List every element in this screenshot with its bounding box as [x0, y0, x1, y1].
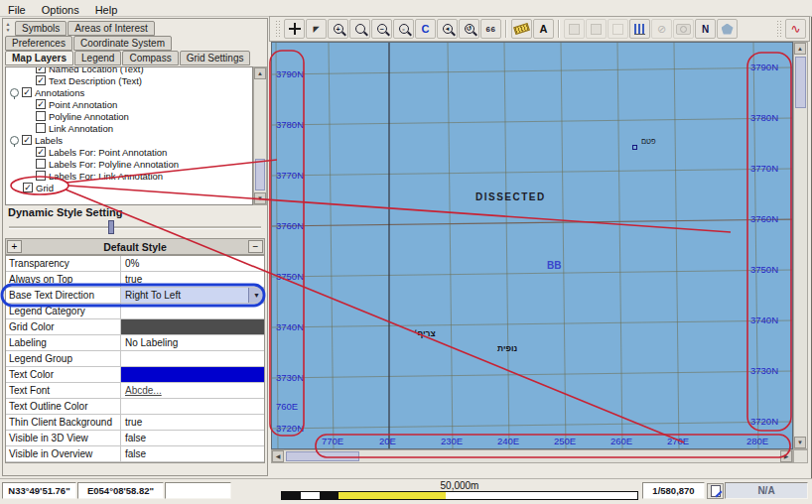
checkbox[interactable]	[36, 111, 46, 121]
polygon-tool[interactable]	[717, 19, 738, 39]
scroll-up-icon[interactable]: ▲	[794, 43, 806, 55]
tree-item-annotations[interactable]: ✓Annotations	[6, 86, 252, 98]
map-hscroll-thumb[interactable]	[286, 451, 359, 461]
tab-legend[interactable]: Legend	[74, 51, 121, 65]
no-draw-tool[interactable]: ⊘	[651, 19, 672, 39]
dropdown-arrow-icon[interactable]: ▼	[248, 288, 264, 303]
property-row-text-font[interactable]: Text FontAbcde...	[6, 383, 264, 399]
grid-label-3760n: 3760N	[276, 220, 304, 231]
grid-label-20e: 20E	[379, 436, 396, 446]
property-row-text-outline-color[interactable]: Text Outline Color	[6, 399, 264, 415]
add-style-button[interactable]: +	[7, 240, 22, 253]
tab-coordinate-system[interactable]: Coordinate System	[73, 36, 172, 51]
tree-item-labels[interactable]: ✓Labels	[6, 134, 252, 146]
menu-item-file[interactable]: File	[0, 3, 34, 17]
checkbox[interactable]	[36, 123, 46, 133]
property-row-visible-in-3d-view[interactable]: Visible in 3D Viewfalse	[6, 431, 264, 446]
property-row-base-text-direction[interactable]: Base Text DirectionRight To Left▼	[6, 288, 264, 304]
tree-expander-icon[interactable]	[10, 88, 19, 97]
edit-scale-button[interactable]	[707, 483, 724, 499]
checkbox[interactable]	[36, 159, 46, 169]
tab-compass[interactable]: Compass	[122, 51, 178, 65]
tree-item-label: Labels For: Point Annotation	[49, 146, 167, 158]
tree-item-named-location-text[interactable]: ✓Named Location (Text)	[6, 66, 252, 74]
menu-item-help[interactable]: Help	[87, 3, 126, 17]
scroll-down-icon[interactable]: ▼	[794, 437, 806, 448]
tree-item-label: Annotations	[35, 86, 84, 98]
map-viewport[interactable]: 3790N3780N3770N3760N3750N3740N3730N760E3…	[271, 42, 793, 449]
mag-back-icon: ↺	[465, 24, 474, 34]
zoom-out-tool[interactable]: −	[371, 19, 392, 39]
checkbox[interactable]: ✓	[36, 147, 46, 157]
chart-tool[interactable]	[629, 19, 650, 39]
menu-item-options[interactable]: Options	[34, 3, 87, 17]
property-row-legend-group[interactable]: Legend Group	[6, 351, 264, 367]
zoom-previous-tool[interactable]: ↺	[459, 19, 479, 39]
property-row-transparency[interactable]: Transparency0%	[6, 256, 264, 272]
tree-item-text-description-text[interactable]: ✓Text Description (Text)	[6, 74, 252, 86]
checkbox[interactable]: ✓	[22, 135, 32, 145]
pan-tool[interactable]	[284, 19, 305, 39]
map-horizontal-scrollbar[interactable]: ◀ ▶	[271, 449, 793, 463]
tree-item-polyline-annotation[interactable]: Polyline Annotation	[6, 110, 252, 122]
property-row-visible-in-overview[interactable]: Visible in Overviewfalse	[6, 446, 264, 462]
property-row-thin-client-background[interactable]: Thin Client Backgroundtrue	[6, 415, 264, 431]
checkbox[interactable]	[36, 171, 46, 181]
select-tool[interactable]: ◤	[306, 19, 327, 39]
slider-thumb[interactable]	[108, 220, 114, 234]
scroll-left-icon[interactable]: ◀	[272, 450, 284, 462]
tree-item-labels-for-point-annotation[interactable]: ✓Labels For: Point Annotation	[6, 146, 252, 158]
tab-preferences[interactable]: Preferences	[5, 36, 72, 51]
zoom-tool[interactable]	[349, 19, 370, 39]
scroll-up-icon[interactable]: ▲	[254, 67, 266, 79]
grid-label-3750n: 3750N	[750, 264, 778, 275]
grid-line	[272, 169, 793, 176]
checkbox[interactable]: ✓	[22, 87, 32, 97]
collapse-style-button[interactable]: −	[248, 240, 263, 253]
zoom-select-tool[interactable]: ◂	[437, 19, 458, 39]
zoom-window-tool[interactable]: ▫	[393, 19, 414, 39]
center-tool[interactable]: C	[415, 19, 436, 39]
property-row-text-color[interactable]: Text Color	[6, 367, 264, 383]
tree-item-link-annotation[interactable]: Link Annotation	[6, 122, 252, 134]
checkbox[interactable]: ✓	[36, 66, 46, 73]
measure-tool[interactable]	[511, 19, 532, 39]
tree-scrollbar-thumb[interactable]	[255, 159, 265, 190]
checkbox[interactable]: ✓	[36, 99, 46, 109]
tree-item-labels-for-polyline-annotation[interactable]: Labels For: Polyline Annotation	[6, 158, 252, 170]
tree-item-point-annotation[interactable]: ✓Point Annotation	[6, 98, 252, 110]
overlay-tool[interactable]	[608, 19, 628, 39]
zoom-in-tool[interactable]: +	[328, 19, 348, 39]
style-slider[interactable]	[7, 219, 263, 234]
tab-map-layers[interactable]: Map Layers	[5, 51, 73, 65]
snapshot-tool[interactable]	[673, 19, 694, 39]
property-row-legend-category[interactable]: Legend Category	[6, 304, 264, 319]
checkbox[interactable]: ✓	[23, 183, 33, 192]
mag-minus-icon: −	[377, 24, 387, 34]
sheet-tool[interactable]	[586, 19, 607, 39]
tree-scrollbar[interactable]: ▲ ▼	[253, 66, 267, 205]
map-vertical-scrollbar[interactable]: ▲ ▼	[793, 42, 808, 449]
north-arrow-tool[interactable]: N	[695, 19, 716, 39]
scroll-down-icon[interactable]: ▼	[254, 192, 266, 204]
checkbox[interactable]: ✓	[36, 75, 46, 85]
tab-areas-of-interest[interactable]: Areas of Interest	[68, 21, 154, 36]
layers-tool[interactable]	[564, 19, 585, 39]
zoom-scale-tool[interactable]: 66	[480, 19, 501, 39]
property-row-labeling[interactable]: LabelingNo Labeling	[6, 335, 264, 351]
toolbar-drag-handle[interactable]	[776, 20, 782, 38]
tree-item-label: Text Description (Text)	[49, 74, 142, 86]
tab-grid-settings[interactable]: Grid Settings	[180, 51, 251, 65]
toolbar-drag-handle[interactable]	[275, 20, 281, 38]
scroll-right-icon[interactable]: ▶	[780, 450, 792, 462]
map-vscroll-thumb[interactable]	[795, 57, 806, 108]
tab-symbols[interactable]: Symbols	[15, 21, 67, 36]
property-row-always-on-top[interactable]: Always on Toptrue	[6, 272, 264, 288]
property-row-grid-color[interactable]: Grid Color	[6, 319, 264, 335]
curve-tool[interactable]: ∿	[785, 19, 806, 39]
text-annotation-tool[interactable]: A	[533, 19, 554, 39]
tree-expander-icon[interactable]	[10, 136, 19, 145]
map-layers-tree: ✓Named Location (Text)✓Text Description …	[5, 66, 253, 205]
tree-item-grid[interactable]: ✓Grid	[6, 182, 252, 193]
tree-item-labels-for-link-annotation[interactable]: Labels For: Link Annotation	[6, 170, 252, 182]
